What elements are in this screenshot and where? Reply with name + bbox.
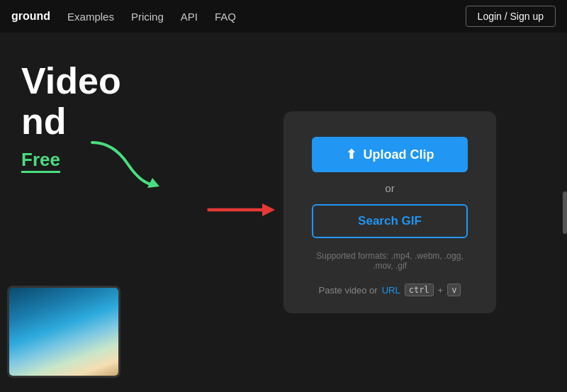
- paste-row: Paste video or URL ctrl + v: [319, 284, 461, 296]
- nav-link-pricing[interactable]: Pricing: [131, 11, 164, 23]
- plus-sign: +: [438, 285, 444, 296]
- main-content: Video nd Free ⬆ Upload Clip or: [0, 33, 567, 392]
- navbar: ground Examples Pricing API FAQ Login / …: [0, 0, 567, 33]
- nav-link-examples[interactable]: Examples: [67, 11, 114, 23]
- svg-marker-2: [262, 203, 275, 215]
- login-signup-button[interactable]: Login / Sign up: [466, 6, 556, 27]
- upload-clip-label: Upload Clip: [364, 147, 434, 162]
- hero-title-line1: Video: [21, 61, 191, 101]
- nav-links: Examples Pricing API FAQ: [67, 11, 449, 23]
- green-arrow-icon: [85, 135, 170, 199]
- hero-free-label: Free: [21, 149, 60, 173]
- nav-link-api[interactable]: API: [181, 11, 198, 23]
- paste-label: Paste video or: [319, 285, 378, 296]
- hero-section: Video nd Free: [0, 33, 213, 392]
- red-arrow-icon: [206, 196, 276, 224]
- video-thumb-inner: [9, 288, 118, 376]
- nav-brand: ground: [11, 10, 50, 23]
- nav-link-faq[interactable]: FAQ: [215, 11, 236, 23]
- upload-section: ⬆ Upload Clip or Search GIF Supported fo…: [213, 33, 567, 392]
- search-gif-button[interactable]: Search GIF: [312, 204, 468, 238]
- upload-card: ⬆ Upload Clip or Search GIF Supported fo…: [284, 111, 496, 313]
- upload-icon: ⬆: [346, 147, 357, 162]
- kbd-ctrl: ctrl: [405, 284, 434, 296]
- upload-clip-button[interactable]: ⬆ Upload Clip: [312, 137, 468, 172]
- hero-title: Video nd: [21, 61, 191, 142]
- url-label: URL: [382, 285, 400, 296]
- video-thumbnail: [7, 286, 120, 378]
- kbd-v: v: [447, 284, 461, 296]
- or-divider: or: [385, 182, 394, 194]
- scrollbar-indicator[interactable]: [563, 191, 567, 234]
- supported-formats-text: Supported formats: .mp4, .webm, .ogg, .m…: [312, 251, 468, 271]
